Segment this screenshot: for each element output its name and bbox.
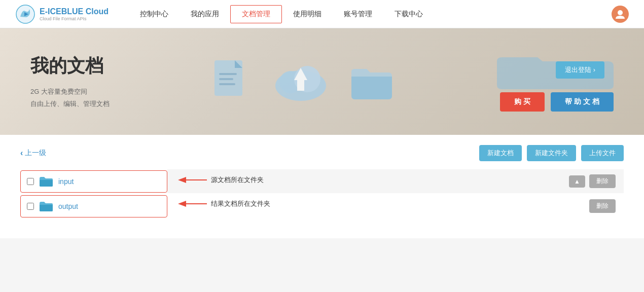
file-name-input[interactable]: input bbox=[58, 177, 74, 186]
nav-item-myapp[interactable]: 我的应用 bbox=[180, 0, 230, 28]
folder-icon-input bbox=[39, 176, 53, 187]
navbar: E-ICEBLUE Cloud Cloud File Format APIs 控… bbox=[0, 0, 644, 28]
buy-button[interactable]: 购 买 bbox=[500, 92, 545, 112]
svg-point-2 bbox=[618, 10, 623, 15]
hero-icons bbox=[110, 58, 497, 106]
nav-item-control[interactable]: 控制中心 bbox=[129, 0, 180, 28]
hero-desc-line1: 2G 大容量免费空间 bbox=[30, 86, 110, 97]
hero-bottom-buttons: 购 买 帮 助 文 档 bbox=[500, 92, 614, 112]
hero-doc-icon bbox=[212, 58, 253, 106]
brand-name: E-ICEBLUE Cloud bbox=[40, 7, 109, 16]
logo-area[interactable]: E-ICEBLUE Cloud Cloud File Format APIs bbox=[15, 4, 109, 24]
hero-desc: 2G 大容量免费空间 自由上传、编辑、管理文档 bbox=[30, 86, 110, 110]
toolbar-buttons: 新建文档 新建文件夹 上传文件 bbox=[479, 145, 624, 161]
hero-title: 我的文档 bbox=[30, 54, 110, 79]
avatar[interactable] bbox=[612, 6, 629, 23]
logout-button[interactable]: 退出登陆 › bbox=[556, 61, 604, 79]
content-area: ‹ 上一级 新建文档 新建文件夹 上传文件 源文档所在文件夹 bbox=[0, 135, 644, 238]
nav-item-docs[interactable]: 文档管理 bbox=[230, 5, 282, 23]
folder-icon-output bbox=[39, 201, 53, 212]
breadcrumb-label: 上一级 bbox=[25, 149, 46, 158]
delete-button-input[interactable]: 删除 bbox=[589, 174, 616, 188]
file-row-output: output 删除 bbox=[20, 194, 624, 218]
delete-button-output[interactable]: 删除 bbox=[589, 199, 616, 213]
hero-text: 我的文档 2G 大容量免费空间 自由上传、编辑、管理文档 bbox=[30, 54, 110, 110]
breadcrumb-arrow-icon: ‹ bbox=[20, 149, 23, 158]
logo-text-block: E-ICEBLUE Cloud Cloud File Format APIs bbox=[40, 7, 109, 21]
file-section: 源文档所在文件夹 结果文档所在文件夹 bbox=[20, 169, 624, 218]
file-checkbox-output[interactable] bbox=[27, 203, 34, 210]
nav-items: 控制中心 我的应用 文档管理 使用明细 账号管理 下载中心 bbox=[129, 0, 612, 28]
nav-item-download[interactable]: 下载中心 bbox=[383, 0, 434, 28]
file-name-output[interactable]: output bbox=[58, 202, 78, 210]
logo-icon bbox=[15, 4, 35, 24]
hero-folder-icon bbox=[349, 61, 395, 102]
new-folder-button[interactable]: 新建文件夹 bbox=[527, 145, 576, 161]
nav-item-usage[interactable]: 使用明细 bbox=[282, 0, 333, 28]
nav-item-account[interactable]: 账号管理 bbox=[333, 0, 383, 28]
svg-rect-6 bbox=[219, 78, 233, 80]
hero-desc-line2: 自由上传、编辑、管理文档 bbox=[30, 98, 110, 110]
brand-subtitle: Cloud File Format APIs bbox=[40, 16, 109, 21]
help-docs-button[interactable]: 帮 助 文 档 bbox=[551, 92, 614, 112]
user-icon bbox=[615, 9, 626, 20]
upload-file-button[interactable]: 上传文件 bbox=[581, 145, 624, 161]
svg-rect-5 bbox=[219, 73, 237, 75]
file-row-input: input ▲ 删除 bbox=[20, 169, 624, 193]
svg-rect-7 bbox=[219, 83, 235, 85]
breadcrumb[interactable]: ‹ 上一级 bbox=[20, 149, 479, 158]
toolbar-row: ‹ 上一级 新建文档 新建文件夹 上传文件 bbox=[20, 145, 624, 161]
new-doc-button[interactable]: 新建文档 bbox=[479, 145, 522, 161]
hero-right: 退出登陆 › 购 买 帮 助 文 档 bbox=[497, 52, 614, 112]
hero-cloud-icon bbox=[273, 58, 329, 106]
hero-banner: 我的文档 2G 大容量免费空间 自由上传、编辑、管理文档 bbox=[0, 28, 644, 135]
sort-button-input[interactable]: ▲ bbox=[569, 175, 585, 188]
file-checkbox-input[interactable] bbox=[27, 178, 34, 185]
